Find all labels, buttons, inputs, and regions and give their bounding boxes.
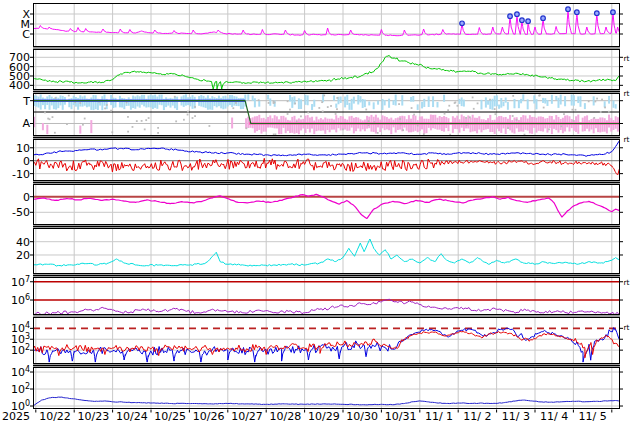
- flare-marker-circle: [460, 21, 465, 26]
- y-tick-label: -50: [12, 206, 30, 219]
- flare-marker-circle: [541, 16, 546, 21]
- solar-terrestrial-activity-chart: XMC700600500400TA100-100-504020107106104…: [0, 0, 634, 424]
- y-tick-label: 102: [11, 382, 30, 396]
- y-tick-label: C: [22, 28, 30, 41]
- panel-electron-flux: 107106: [11, 275, 623, 315]
- realtime-label: rt: [624, 135, 630, 144]
- panel-separator: [33, 316, 620, 317]
- date-label: 11/ 2: [463, 410, 491, 423]
- realtime-label: rt: [624, 278, 630, 287]
- y-tick-label: 107: [11, 275, 30, 289]
- series-dst: [33, 194, 620, 218]
- y-tick-label: 40: [16, 236, 30, 249]
- x-axis: 202510/2210/2310/2410/2510/2610/2710/281…: [2, 410, 612, 424]
- date-label: 11/ 4: [540, 410, 568, 423]
- date-label: 10/30: [346, 410, 378, 423]
- panel-proton-flux: 104103102: [11, 317, 623, 364]
- series-wind-speed: [33, 55, 620, 89]
- flare-marker-circle: [508, 14, 513, 19]
- realtime-label: rt: [624, 54, 630, 63]
- panel-dst-index: 0-50: [12, 184, 623, 225]
- date-label: 11/ 5: [578, 410, 606, 423]
- panel-border: [34, 229, 620, 274]
- panel-border: [34, 368, 620, 409]
- y-tick-label: 0: [23, 155, 30, 168]
- flare-marker-circle: [515, 12, 520, 17]
- y-tick-label: 106: [11, 293, 30, 307]
- date-label: 10/29: [308, 410, 340, 423]
- series-electrons-2mev: [33, 299, 620, 315]
- y-tick-label: A: [22, 117, 30, 130]
- panel-xray-flux: XMC: [21, 3, 624, 47]
- y-tick-label: T: [22, 95, 30, 108]
- panel-imf-bt-bz: 100-10: [12, 139, 623, 181]
- panel-separator: [33, 137, 620, 139]
- date-label: 10/24: [116, 410, 148, 423]
- panel-solar-wind-speed: 700600500400: [9, 49, 623, 92]
- panel-border: [34, 4, 620, 47]
- flare-marker-circle: [520, 18, 525, 23]
- panel-solar-wind-density: 4020: [16, 228, 623, 274]
- flare-markers: [460, 7, 616, 26]
- y-tick-label: 104: [11, 365, 30, 379]
- date-label: 10/26: [193, 410, 225, 423]
- panel-border: [34, 185, 620, 225]
- realtime-label: rt: [624, 323, 630, 332]
- year-label: 2025: [2, 410, 30, 423]
- panel-border: [34, 318, 620, 364]
- flare-marker-circle: [595, 11, 600, 16]
- panel-separator: [33, 91, 620, 93]
- date-label: 10/23: [78, 410, 110, 423]
- date-label: 11/ 3: [502, 410, 530, 423]
- panel-imf-sector: TA: [22, 93, 623, 136]
- date-label: 10/25: [154, 410, 186, 423]
- date-label: 10/28: [270, 410, 302, 423]
- panel-border: [34, 50, 620, 90]
- y-tick-label: 10: [16, 142, 30, 155]
- panel-separator: [33, 226, 620, 228]
- y-tick-label: 102: [11, 343, 30, 357]
- date-label: 10/31: [385, 410, 417, 423]
- y-tick-label: 400: [9, 79, 30, 92]
- date-label: 10/22: [39, 410, 71, 423]
- series-protons-high: [33, 331, 620, 358]
- flare-marker-circle: [611, 10, 616, 15]
- date-label: 10/27: [231, 410, 263, 423]
- plot-canvas: XMC700600500400TA100-100-504020107106104…: [0, 0, 634, 424]
- panel-high-energy-proton-flux: 104102100: [11, 365, 623, 413]
- panel-separator: [33, 182, 620, 184]
- realtime-label: rt: [624, 89, 630, 98]
- series-density: [33, 239, 620, 266]
- toward-phi-scatter: [33, 94, 617, 110]
- series-hep-flux: [33, 397, 620, 406]
- panel-border: [34, 140, 620, 181]
- flare-marker-circle: [526, 19, 531, 24]
- date-label: 11/ 1: [425, 410, 453, 423]
- y-tick-label: 20: [16, 249, 30, 262]
- flare-marker-circle: [575, 10, 580, 15]
- y-tick-label: 0: [23, 191, 30, 204]
- flare-marker-circle: [566, 7, 571, 12]
- panel-separator: [33, 48, 620, 49]
- y-tick-label: -10: [12, 168, 30, 181]
- panel-separator: [33, 275, 620, 277]
- panel-separator: [33, 365, 620, 367]
